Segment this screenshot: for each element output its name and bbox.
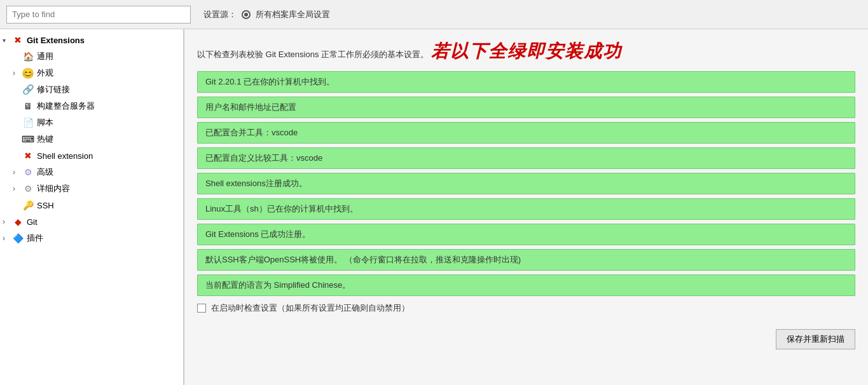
sidebar-item-label: 脚本 [37, 117, 53, 128]
description-area: 以下检查列表校验 Git Extensions 正常工作所必须的基本设置。 若以… [197, 39, 855, 64]
save-rescan-button[interactable]: 保存并重新扫描 [776, 329, 855, 349]
check-merge-tool: 已配置合并工具：vscode [197, 122, 855, 144]
sidebar-item-label: 构建整合服务器 [37, 100, 95, 112]
sidebar-item-general[interactable]: 🏠 通用 [0, 48, 183, 65]
sidebar-item-plugins[interactable]: › 🔷 插件 [0, 230, 183, 247]
sidebar-item-shell-extension[interactable]: ✖ Shell extension [0, 147, 183, 164]
git-icon: ◆ [11, 215, 24, 228]
expand-icon: › [13, 168, 22, 177]
sidebar-item-label: 高级 [37, 166, 53, 178]
scripts-icon: 📄 [22, 116, 34, 129]
startup-check-row[interactable]: 在启动时检查设置（如果所有设置均正确则自动禁用） [197, 302, 855, 314]
expand-icon: › [13, 69, 22, 78]
sidebar-item-label: Git [27, 217, 38, 227]
sidebar-item-label: 详细内容 [37, 183, 70, 194]
expand-icon: › [3, 217, 11, 226]
sidebar-item-detail[interactable]: › ⚙ 详细内容 [0, 180, 183, 197]
success-heading: 若以下全绿即安装成功 [431, 39, 622, 64]
sidebar-item-label: 修订链接 [37, 84, 70, 95]
check-diff-tool: 已配置自定义比较工具：vscode [197, 147, 855, 169]
check-language: 当前配置的语言为 Simplified Chinese。 [197, 274, 855, 296]
sidebar-item-revision-links[interactable]: 🔗 修订链接 [0, 81, 183, 98]
sidebar-item-label: Git Extensions [27, 36, 85, 45]
sidebar-item-appearance[interactable]: › 😊 外观 [0, 65, 183, 81]
settings-option: 所有档案库全局设置 [256, 9, 330, 20]
expand-icon: ▾ [3, 37, 11, 44]
sidebar-item-label: 插件 [27, 233, 43, 244]
check-user-config: 用户名和邮件地址已配置 [197, 97, 855, 118]
hotkeys-icon: ⌨ [22, 133, 34, 145]
check-git-ext-reg: Git Extensions 已成功注册。 [197, 224, 855, 245]
check-git-version: Git 2.20.1 已在你的计算机中找到。 [197, 71, 855, 93]
right-panel: 以下检查列表校验 Git Extensions 正常工作所必须的基本设置。 若以… [184, 29, 868, 385]
settings-source: 设置源： 所有档案库全局设置 [203, 9, 330, 20]
bottom-bar: 保存并重新扫描 [197, 324, 855, 349]
ssh-icon: 🔑 [22, 199, 34, 212]
check-ssh-client: 默认SSH客户端OpenSSH将被使用。 （命令行窗口将在拉取，推送和克隆操作时… [197, 249, 855, 271]
advanced-icon: ⚙ [22, 166, 34, 179]
server-icon: 🖥 [22, 100, 34, 112]
sidebar-item-label: Shell extension [37, 151, 93, 161]
top-bar: 设置源： 所有档案库全局设置 [0, 0, 868, 29]
search-input[interactable] [6, 6, 191, 24]
check-shell-ext: Shell extensions注册成功。 [197, 173, 855, 194]
plugin-icon: 🔷 [11, 232, 24, 245]
home-icon: 🏠 [22, 50, 34, 63]
startup-check-checkbox[interactable] [197, 304, 206, 313]
sidebar-item-label: 通用 [37, 51, 53, 62]
sidebar-item-git-extensions[interactable]: ▾ ✖ Git Extensions [0, 32, 183, 48]
sidebar-item-label: 热键 [37, 133, 53, 145]
link-icon: 🔗 [22, 83, 34, 96]
expand-icon: › [13, 184, 22, 193]
sidebar-item-git[interactable]: › ◆ Git [0, 213, 183, 230]
sidebar-item-label: 外观 [37, 67, 53, 79]
sidebar-item-label: SSH [37, 201, 54, 210]
shell-icon: ✖ [22, 149, 34, 162]
sidebar-item-hotkeys[interactable]: ⌨ 热键 [0, 131, 183, 147]
sidebar-item-ssh[interactable]: 🔑 SSH [0, 197, 183, 213]
check-linux-tools: Linux工具（sh）已在你的计算机中找到。 [197, 198, 855, 220]
main-area: ▾ ✖ Git Extensions 🏠 通用 › 😊 外观 🔗 修订链接 🖥 … [0, 29, 868, 385]
settings-label: 设置源： [203, 9, 237, 20]
expand-icon: › [3, 234, 11, 243]
settings-radio[interactable] [242, 10, 251, 19]
sidebar-item-advanced[interactable]: › ⚙ 高级 [0, 164, 183, 180]
startup-check-label: 在启动时检查设置（如果所有设置均正确则自动禁用） [211, 302, 410, 314]
detail-icon: ⚙ [22, 182, 34, 195]
git-extensions-icon: ✖ [11, 34, 24, 46]
description-text: 以下检查列表校验 Git Extensions 正常工作所必须的基本设置。 [197, 49, 429, 60]
sidebar-item-scripts[interactable]: 📄 脚本 [0, 114, 183, 131]
sidebar: ▾ ✖ Git Extensions 🏠 通用 › 😊 外观 🔗 修订链接 🖥 … [0, 29, 184, 385]
sidebar-item-build-server[interactable]: 🖥 构建整合服务器 [0, 98, 183, 114]
appearance-icon: 😊 [22, 67, 34, 79]
